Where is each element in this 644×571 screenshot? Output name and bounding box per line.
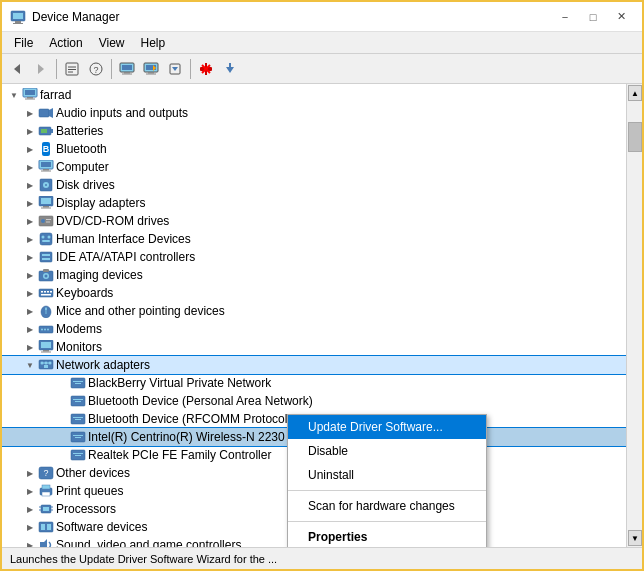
svg-rect-38	[51, 129, 53, 133]
tree-item-computer[interactable]: ▶ Computer	[2, 158, 626, 176]
expander-audio[interactable]: ▶	[22, 105, 38, 121]
svg-rect-14	[124, 72, 130, 74]
tree-item-mice[interactable]: ▶ Mice and other pointing devices	[2, 302, 626, 320]
expander-sound[interactable]: ▶	[22, 537, 38, 547]
svg-rect-34	[25, 99, 35, 100]
context-menu-uninstall[interactable]: Uninstall	[288, 463, 486, 487]
modems-label: Modems	[56, 322, 102, 336]
menu-file[interactable]: File	[6, 34, 41, 52]
tree-item-dvd[interactable]: ▶ DVD/CD-ROM drives	[2, 212, 626, 230]
svg-point-90	[49, 362, 52, 365]
svg-point-79	[44, 329, 46, 331]
minimize-button[interactable]: −	[552, 7, 578, 27]
svg-rect-51	[43, 206, 49, 208]
tree-item-batteries[interactable]: ▶ Batteries	[2, 122, 626, 140]
expander-software[interactable]: ▶	[22, 519, 38, 535]
tree-item-disk[interactable]: ▶ Disk drives	[2, 176, 626, 194]
tree-item-display[interactable]: ▶ Display adapters	[2, 194, 626, 212]
scan-computer-button[interactable]	[116, 58, 138, 80]
tree-root[interactable]: ▼ farrad	[2, 86, 626, 104]
modem-icon	[38, 321, 54, 337]
tree-item-bluetooth[interactable]: ▶ B Bluetooth	[2, 140, 626, 158]
svg-rect-63	[42, 258, 50, 260]
menu-help[interactable]: Help	[133, 34, 174, 52]
svg-rect-13	[122, 65, 132, 70]
scroll-down-arrow[interactable]: ▼	[628, 530, 642, 546]
tree-item-keyboards[interactable]: ▶ Keyboards	[2, 284, 626, 302]
scrollbar[interactable]: ▲ ▼	[626, 84, 642, 547]
tree-item-hid[interactable]: ▶ Human Interface Devices	[2, 230, 626, 248]
svg-rect-43	[41, 162, 51, 167]
print-icon	[38, 483, 54, 499]
expander-monitors[interactable]: ▶	[22, 339, 38, 355]
window-title: Device Manager	[32, 10, 552, 24]
scroll-track[interactable]	[627, 152, 642, 529]
expander-dvd[interactable]: ▶	[22, 213, 38, 229]
tree-item-imaging[interactable]: ▶ Imaging devices	[2, 266, 626, 284]
expander-batteries[interactable]: ▶	[22, 123, 38, 139]
expander-mice[interactable]: ▶	[22, 303, 38, 319]
other-devices-icon: ?	[38, 465, 54, 481]
context-menu-update-driver[interactable]: Update Driver Software...	[288, 415, 486, 439]
delete-button[interactable]	[195, 58, 217, 80]
expander-display[interactable]: ▶	[22, 195, 38, 211]
tree-item-bt-pan[interactable]: Bluetooth Device (Personal Area Network)	[2, 392, 626, 410]
scroll-up-arrow[interactable]: ▲	[628, 85, 642, 101]
tree-item-network-adapters[interactable]: ▼ Network adapters	[2, 356, 626, 374]
svg-rect-18	[148, 72, 154, 74]
expander-ide[interactable]: ▶	[22, 249, 38, 265]
update-driver-toolbar-button[interactable]	[164, 58, 186, 80]
tree-view[interactable]: ▼ farrad ▶	[2, 84, 626, 547]
menu-action[interactable]: Action	[41, 34, 90, 52]
realtek-icon	[70, 447, 86, 463]
expander-keyboards[interactable]: ▶	[22, 285, 38, 301]
expander-hid[interactable]: ▶	[22, 231, 38, 247]
svg-rect-57	[40, 233, 52, 245]
root-label: farrad	[40, 88, 71, 102]
tree-item-ide[interactable]: ▶ IDE ATA/ATAPI controllers	[2, 248, 626, 266]
svg-point-78	[41, 329, 43, 331]
expander-imaging[interactable]: ▶	[22, 267, 38, 283]
ide-label: IDE ATA/ATAPI controllers	[56, 250, 195, 264]
download-button[interactable]	[219, 58, 241, 80]
svg-rect-100	[75, 419, 81, 420]
tree-item-audio[interactable]: ▶ Audio inputs and outputs	[2, 104, 626, 122]
svg-rect-39	[41, 129, 47, 133]
expander-network-adapters[interactable]: ▼	[22, 357, 38, 373]
sound-icon	[38, 537, 54, 547]
back-button[interactable]	[6, 58, 28, 80]
expander-other[interactable]: ▶	[22, 465, 38, 481]
menu-view[interactable]: View	[91, 34, 133, 52]
maximize-button[interactable]: □	[580, 7, 606, 27]
batteries-label: Batteries	[56, 124, 103, 138]
expander-modems[interactable]: ▶	[22, 321, 38, 337]
processor-icon	[38, 501, 54, 517]
forward-button[interactable]	[30, 58, 52, 80]
svg-rect-73	[41, 294, 51, 296]
scroll-thumb[interactable]	[628, 122, 642, 152]
app-icon	[10, 9, 26, 25]
processors-label: Processors	[56, 502, 116, 516]
expander-processors[interactable]: ▶	[22, 501, 38, 517]
expander-computer[interactable]: ▶	[22, 159, 38, 175]
expander-disk[interactable]: ▶	[22, 177, 38, 193]
context-menu-scan[interactable]: Scan for hardware changes	[288, 494, 486, 518]
dvd-icon	[38, 213, 54, 229]
bt-rfcomm-icon	[70, 411, 86, 427]
expander-root[interactable]: ▼	[6, 87, 22, 103]
tree-item-blackberry[interactable]: BlackBerry Virtual Private Network	[2, 374, 626, 392]
scan-button-2[interactable]	[140, 58, 162, 80]
bluetooth-icon: B	[38, 141, 54, 157]
close-button[interactable]: ✕	[608, 7, 634, 27]
svg-marker-5	[38, 64, 44, 74]
help-button[interactable]: ?	[85, 58, 107, 80]
context-menu-properties[interactable]: Properties	[288, 525, 486, 547]
expander-print[interactable]: ▶	[22, 483, 38, 499]
tree-item-modems[interactable]: ▶ Modems	[2, 320, 626, 338]
properties-button[interactable]	[61, 58, 83, 80]
computer-icon	[22, 87, 38, 103]
svg-rect-111	[42, 492, 50, 496]
tree-item-monitors[interactable]: ▶ Monitors	[2, 338, 626, 356]
context-menu-disable[interactable]: Disable	[288, 439, 486, 463]
expander-bluetooth[interactable]: ▶	[22, 141, 38, 157]
